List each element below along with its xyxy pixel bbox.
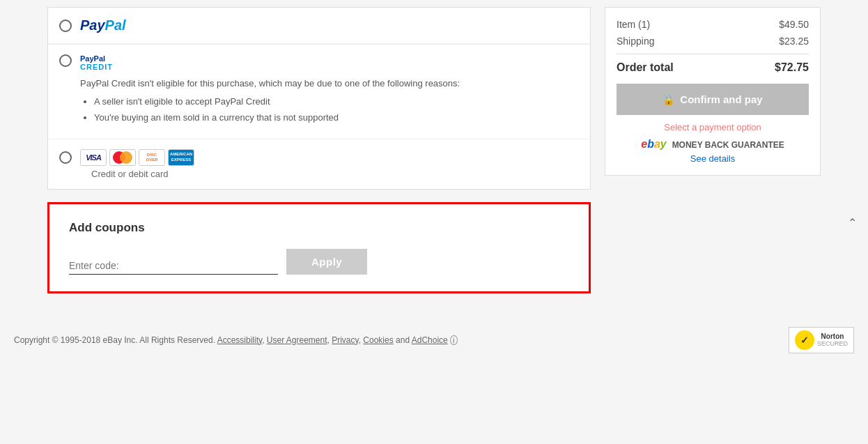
norton-secured-text: SECURED	[817, 340, 848, 347]
card-label: Credit or debit card	[91, 169, 579, 179]
adchoice-link[interactable]: AdChoice	[412, 335, 448, 345]
card-icons: VISA DISCOVER AMERICANEXPRESS	[80, 149, 194, 166]
paypal-option[interactable]: PayPal	[48, 8, 590, 44]
credit-reason-2: You're buying an item sold in a currency…	[94, 111, 579, 125]
accessibility-link[interactable]: Accessibility	[217, 335, 262, 345]
order-total-row: Order total $72.75	[617, 61, 809, 74]
payment-options-section: PayPal PayPal CREDIT ⌃ PayPal Credit isn…	[47, 7, 591, 190]
shipping-row: Shipping $23.25	[617, 36, 809, 47]
privacy-link[interactable]: Privacy	[332, 335, 358, 345]
paypal-logo: PayPal	[80, 17, 126, 33]
confirm-pay-button[interactable]: 🔒 Confirm and pay	[617, 84, 809, 115]
coupon-title: Add coupons	[69, 221, 569, 235]
card-radio[interactable]	[59, 151, 72, 164]
footer-content: Copyright © 1995-2018 eBay Inc. All Righ…	[14, 327, 854, 353]
shipping-price: $23.25	[779, 36, 809, 47]
paypal-credit-logo: PayPal CREDIT	[80, 54, 113, 71]
see-details-link[interactable]: See details	[617, 153, 809, 164]
info-icon: i	[450, 335, 457, 345]
cookies-link[interactable]: Cookies	[363, 335, 393, 345]
total-price: $72.75	[775, 61, 809, 74]
paypal-credit-row[interactable]: PayPal CREDIT ⌃	[48, 45, 590, 71]
norton-check-icon: ✓	[795, 330, 814, 350]
shipping-label: Shipping	[617, 36, 655, 47]
item-row: Item (1) $49.50	[617, 19, 809, 30]
credit-reason-1: A seller isn't eligible to accept PayPal…	[94, 95, 579, 109]
payment-option-text: Select a payment option	[617, 122, 809, 132]
total-label: Order total	[617, 61, 674, 74]
amex-icon: AMERICANEXPRESS	[168, 149, 194, 166]
coupon-input-wrapper	[69, 260, 278, 275]
svg-point-1	[120, 151, 132, 164]
coupon-section: Add coupons Apply	[47, 202, 591, 293]
lock-icon: 🔒	[662, 94, 674, 105]
sidebar: Item (1) $49.50 Shipping $23.25 Order to…	[605, 7, 821, 306]
paypal-credit-radio[interactable]	[59, 54, 72, 67]
credit-info: PayPal Credit isn't eligible for this pu…	[48, 71, 590, 139]
confirm-pay-label: Confirm and pay	[680, 93, 762, 105]
order-summary: Item (1) $49.50 Shipping $23.25 Order to…	[605, 7, 821, 176]
paypal-credit-section: PayPal CREDIT ⌃ PayPal Credit isn't elig…	[48, 44, 590, 139]
card-option-row: VISA DISCOVER AMERICANEXPRESS	[59, 149, 579, 166]
and-text: and	[396, 335, 410, 345]
norton-badge: ✓ Norton SECURED	[789, 327, 854, 353]
user-agreement-link[interactable]: User Agreement	[267, 335, 327, 345]
apply-button[interactable]: Apply	[286, 249, 367, 275]
order-divider	[617, 54, 809, 54]
credit-reasons-list: A seller isn't eligible to accept PayPal…	[80, 95, 579, 125]
mbg-text: MONEY BACK GUARANTEE	[672, 140, 784, 150]
card-option[interactable]: VISA DISCOVER AMERICANEXPRESS	[48, 139, 590, 189]
visa-icon: VISA	[80, 149, 107, 166]
paypal-radio[interactable]	[59, 20, 72, 32]
mastercard-icon	[109, 149, 136, 166]
ebay-mbg: ebay MONEY BACK GUARANTEE	[617, 138, 809, 151]
ebay-logo: ebay	[641, 138, 667, 151]
coupon-input[interactable]	[69, 260, 278, 271]
discover-icon: DISCOVER	[139, 149, 165, 166]
copyright-text: Copyright © 1995-2018 eBay Inc. All Righ…	[14, 335, 215, 345]
coupon-input-row: Apply	[69, 249, 569, 275]
footer: Copyright © 1995-2018 eBay Inc. All Righ…	[0, 313, 868, 360]
footer-links: Copyright © 1995-2018 eBay Inc. All Righ…	[14, 335, 458, 345]
coupon-wrapper: Add coupons Apply	[47, 195, 591, 306]
chevron-up-icon[interactable]: ⌃	[848, 215, 857, 229]
item-label: Item (1)	[617, 19, 650, 30]
norton-text-block: Norton SECURED	[817, 332, 848, 347]
item-price: $49.50	[779, 19, 809, 30]
